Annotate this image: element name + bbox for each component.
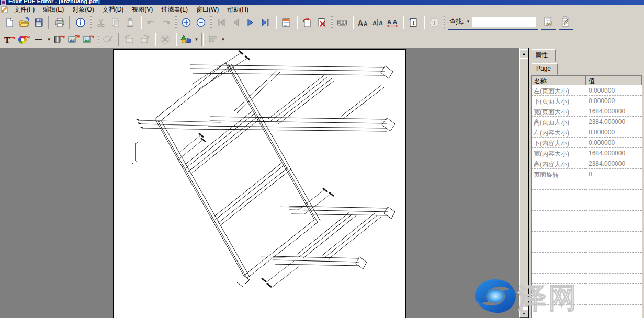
property-row-empty: [532, 294, 642, 305]
find-in-page-button[interactable]: [541, 15, 556, 29]
edit-color-button[interactable]: [17, 32, 31, 46]
property-row-empty: [532, 263, 642, 274]
font-pair-button[interactable]: AA: [370, 16, 385, 29]
text-circle-button: T: [427, 16, 442, 29]
cut-button: [94, 16, 108, 29]
delete-page-button[interactable]: [314, 16, 329, 29]
property-name-cell: [532, 211, 586, 221]
property-row: 高(页面大小)2384.000000: [532, 117, 642, 127]
property-row: 高(内容大小)2384.000000: [532, 158, 642, 169]
font-width-button[interactable]: AA: [385, 16, 400, 29]
property-value-cell: [586, 294, 642, 305]
find-input[interactable]: [472, 17, 536, 27]
menu-item-5[interactable]: 过滤器(L): [157, 5, 192, 15]
property-row-empty: [532, 315, 642, 318]
property-value-cell: [586, 232, 642, 242]
copy-button: [108, 16, 123, 29]
align-objects-button: [206, 32, 220, 46]
property-value-cell: [586, 274, 642, 284]
edit-text-button[interactable]: T: [2, 32, 17, 46]
column-header-name[interactable]: 名称: [532, 76, 586, 85]
document-canvas[interactable]: [0, 48, 519, 318]
open-file-button[interactable]: [17, 16, 31, 29]
tab-page[interactable]: Page: [532, 63, 558, 75]
property-value-cell: [586, 190, 642, 200]
next-page-button[interactable]: [243, 16, 258, 29]
property-name-cell: 高(内容大小): [532, 158, 586, 169]
find-in-document-button[interactable]: [559, 15, 573, 29]
property-value-cell: 0.000000: [586, 127, 642, 138]
save-file-button[interactable]: [31, 16, 46, 29]
svg-text:A: A: [379, 20, 383, 26]
menu-bar: 文件(F)编辑(E)对象(O)文档(D)视图(V)过滤器(L)窗口(W)帮助(H…: [0, 5, 644, 15]
property-row-empty: [532, 305, 642, 315]
text-cursor-mark: [135, 142, 138, 162]
vertical-scrollbar[interactable]: ▲ ▼: [519, 48, 528, 318]
menu-item-3[interactable]: 文档(D): [98, 5, 128, 15]
font-size-button[interactable]: AA: [356, 16, 370, 29]
new-document-button[interactable]: [2, 16, 17, 29]
toolbar-file: AA AA AA T T 查找: ▼: [0, 14, 644, 31]
property-name-cell: [532, 179, 586, 190]
property-value-cell: 0: [586, 169, 642, 179]
menu-item-4[interactable]: 视图(V): [128, 5, 157, 15]
property-row-empty: [532, 211, 642, 221]
pdf-page[interactable]: [113, 49, 406, 318]
page-form-button[interactable]: [279, 16, 293, 29]
property-row: 页面旋转0: [532, 169, 642, 179]
menu-item-7[interactable]: 帮助(H): [223, 5, 253, 15]
prev-page-button: [229, 16, 243, 29]
property-value-cell: 0.000000: [586, 85, 642, 96]
properties-panel: 属性 Page 名称 值 左(页面大小)0.000000下(页面大小)0.000…: [529, 48, 644, 318]
property-value-cell: 2384.000000: [586, 117, 642, 127]
property-name-cell: [532, 305, 586, 315]
property-name-cell: 下(内容大小): [532, 138, 586, 148]
menu-item-0[interactable]: 文件(F): [10, 5, 39, 15]
keyboard-button[interactable]: [335, 16, 349, 29]
property-name-cell: [532, 294, 586, 305]
property-value-cell: [586, 263, 642, 274]
insert-shapes-button[interactable]: [179, 32, 194, 46]
property-value-cell: 1684.000000: [586, 148, 642, 158]
svg-text:T: T: [433, 19, 437, 26]
property-value-cell: [586, 315, 642, 318]
property-row: 下(内容大小)0.000000: [532, 138, 642, 148]
scroll-down-button[interactable]: ▼: [519, 309, 528, 318]
menu-item-2[interactable]: 对象(O): [68, 5, 98, 15]
property-name-cell: [532, 232, 586, 242]
document-info-button[interactable]: [73, 16, 88, 29]
insert-text-button[interactable]: T: [406, 16, 421, 29]
print-button[interactable]: [52, 16, 67, 29]
rotate-page-button[interactable]: [300, 16, 314, 29]
property-value-cell: [586, 211, 642, 221]
edit-gradient-button[interactable]: [52, 32, 66, 46]
scrollbar-thumb[interactable]: [519, 58, 528, 296]
column-header-value[interactable]: 值: [586, 76, 642, 85]
property-row-empty: [532, 284, 642, 294]
menu-item-1[interactable]: 编辑(E): [39, 5, 68, 15]
replace-image-button[interactable]: [81, 32, 96, 46]
zoom-out-button[interactable]: [194, 16, 208, 29]
property-row-empty: [532, 253, 642, 263]
insert-shapes-dropdown[interactable]: ▼: [194, 32, 199, 46]
properties-panel-title-tab[interactable]: 属性: [532, 49, 556, 62]
find-history-dropdown[interactable]: ▼: [465, 15, 471, 29]
property-value-cell: 2384.000000: [586, 158, 642, 169]
edit-image-button[interactable]: [66, 32, 81, 46]
undo-button: [144, 16, 159, 29]
property-name-cell: 宽(内容大小): [532, 148, 586, 158]
menu-item-6[interactable]: 窗口(W): [192, 5, 223, 15]
property-row: 左(页面大小)0.000000: [532, 85, 642, 96]
property-row: 宽(页面大小)1684.000000: [532, 106, 642, 117]
last-page-button[interactable]: [258, 16, 273, 29]
svg-text:A: A: [364, 21, 367, 27]
property-name-cell: 宽(页面大小): [532, 106, 586, 117]
svg-text:A: A: [393, 19, 397, 25]
line-style-dropdown[interactable]: ▼: [46, 32, 52, 46]
scroll-up-button[interactable]: ▲: [519, 49, 528, 58]
property-value-cell: [586, 253, 642, 263]
property-name-cell: [532, 242, 586, 253]
zoom-in-button[interactable]: [179, 16, 194, 29]
property-row-empty: [532, 200, 642, 211]
line-style-button[interactable]: [31, 32, 46, 46]
